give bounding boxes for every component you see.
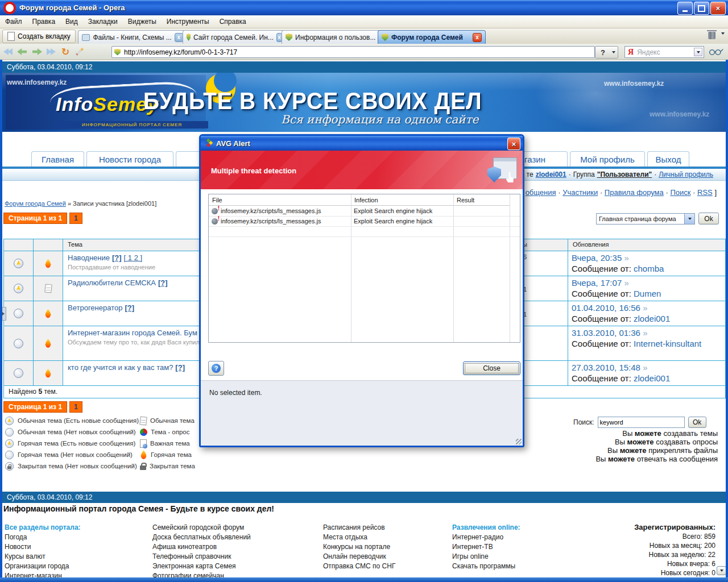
select-caret-icon[interactable] xyxy=(684,214,694,224)
footer-link[interactable]: Телефонный справочник xyxy=(152,552,231,560)
members-link[interactable]: Участники xyxy=(562,188,598,197)
close-button[interactable]: × xyxy=(710,2,726,15)
last-post-time-link[interactable]: 01.04.2010, 16:56 xyxy=(572,303,640,313)
footer-heading: Информационный портал города Семея - Буд… xyxy=(3,504,274,513)
scroll-down-button[interactable] xyxy=(717,566,726,575)
last-post-time-link[interactable]: Вчера, 20:35 xyxy=(572,253,622,263)
footer-link[interactable]: Интернет-ТВ xyxy=(452,543,493,551)
col-file-header[interactable]: File xyxy=(209,194,351,206)
menu-widgets[interactable]: Виджеты xyxy=(123,18,162,26)
search-box[interactable]: Я Яндекс xyxy=(624,46,704,58)
last-post-user-link[interactable]: Dumen xyxy=(634,289,661,298)
nav-tab-home[interactable]: Главная xyxy=(31,151,84,167)
forward-button[interactable] xyxy=(32,48,42,55)
tab-files[interactable]: Файлы - Книги, Схемы ... x xyxy=(78,30,187,44)
footer-link[interactable]: Афиша кинотеатров xyxy=(152,543,217,551)
page-number[interactable]: 1 xyxy=(69,213,82,224)
tab-forum-active[interactable]: Форум города Семей x xyxy=(378,30,486,44)
zoom-glasses-icon[interactable] xyxy=(709,48,723,56)
help-button[interactable]: ? xyxy=(595,46,611,59)
last-post-time-link[interactable]: 27.03.2010, 15:48 xyxy=(572,363,640,372)
footer-link[interactable]: Новости xyxy=(5,543,31,551)
topic-link[interactable]: Наводнение xyxy=(68,253,110,262)
username-link[interactable]: zlodei001 xyxy=(536,171,566,178)
edit-pencil-icon[interactable] xyxy=(76,48,84,56)
back-button[interactable] xyxy=(17,48,27,55)
footer-link[interactable]: Курсы валют xyxy=(5,552,46,560)
jump-ok-button[interactable]: Ok xyxy=(698,213,719,225)
search-link[interactable]: Поиск xyxy=(670,188,690,197)
footer-link[interactable]: Расписания рейсов xyxy=(323,523,385,531)
search-input[interactable] xyxy=(598,417,685,428)
footer-link[interactable]: Интернет-радио xyxy=(452,533,503,541)
avg-dialog-title-bar[interactable]: AVG Alert × xyxy=(201,136,523,151)
topic-pages[interactable]: [ 1 2 ] xyxy=(124,253,143,262)
threat-table[interactable]: File Infection Result infosemey.kz/scrip… xyxy=(208,194,520,343)
avg-help-button[interactable]: ? xyxy=(208,361,224,376)
avg-close-button[interactable]: Close xyxy=(463,361,520,375)
footer-link[interactable]: Погода xyxy=(5,533,27,541)
help-caret-icon[interactable] xyxy=(610,46,618,59)
last-post-user-link[interactable]: zlodei001 xyxy=(634,373,670,383)
nav-tab-news[interactable]: Новости города xyxy=(86,151,173,167)
group-link[interactable]: "Пользователи" xyxy=(597,171,652,178)
topic-link[interactable]: Интернет-магазин города Семей. Бум от xyxy=(68,329,206,337)
topic-link[interactable]: Ветрогенератор xyxy=(68,304,122,312)
tab-site[interactable]: Сайт города Семей. Ин... x xyxy=(183,30,286,44)
rss-link[interactable]: RSS xyxy=(697,188,713,197)
resize-grip[interactable] xyxy=(516,439,522,444)
footer-link[interactable]: Отправка СМС по СНГ xyxy=(323,562,395,570)
refresh-icon[interactable]: ↻ xyxy=(61,46,69,58)
avg-close-icon[interactable]: × xyxy=(507,138,520,150)
footer-link[interactable]: Электронная карта Семея xyxy=(152,562,236,570)
breadcrumb-forum-link[interactable]: Форум города Семей xyxy=(5,200,66,207)
search-engine-caret-icon[interactable] xyxy=(694,48,702,56)
search-ok-button[interactable]: Ok xyxy=(688,417,706,428)
menu-bookmarks[interactable]: Закладки xyxy=(83,18,123,26)
restore-button[interactable] xyxy=(694,2,709,15)
bell-new-icon xyxy=(7,418,11,423)
panel-toggle-icon[interactable] xyxy=(0,307,6,321)
footer-link[interactable]: Семейский городской форум xyxy=(152,523,244,531)
menu-edit[interactable]: Правка xyxy=(27,18,61,26)
page-number[interactable]: 1 xyxy=(69,401,82,413)
footer-link[interactable]: Доска бесплатных объявлений xyxy=(152,533,251,541)
topic-link[interactable]: Радиолюбители СЕМСКА xyxy=(68,278,156,287)
menu-tools[interactable]: Инструменты xyxy=(162,18,214,26)
menu-file[interactable]: Файл xyxy=(0,18,27,26)
menu-help[interactable]: Справка xyxy=(214,18,251,26)
last-post-user-link[interactable]: chomba xyxy=(634,264,664,273)
footer-link[interactable]: Онлайн переводчик xyxy=(323,552,386,560)
tab-close-icon[interactable]: x xyxy=(473,33,482,42)
new-tab-button[interactable]: Создать вкладку xyxy=(2,30,76,43)
nav-tab-profile[interactable]: Мой профиль xyxy=(570,151,645,167)
threat-row[interactable]: infosemey.kz/scripts/ls_messages.js Expl… xyxy=(209,206,520,217)
nav-tab-logout[interactable]: Выход xyxy=(647,151,689,167)
minimize-button[interactable] xyxy=(677,2,693,15)
footer-link[interactable]: Места отдыха xyxy=(323,533,367,541)
messages-link[interactable]: общения xyxy=(526,188,556,197)
tab-userinfo[interactable]: Информация о пользов... xyxy=(282,30,383,44)
tab-close-icon[interactable]: x xyxy=(175,33,183,42)
footer-link[interactable]: Игры online xyxy=(452,552,489,560)
col-result-header[interactable]: Result xyxy=(453,194,510,206)
personal-profile-link[interactable]: Личный профиль xyxy=(659,171,713,178)
last-post-user-link[interactable]: zlodei001 xyxy=(634,314,670,323)
footer-link[interactable]: Конкурсы на портале xyxy=(323,543,390,551)
rewind-button[interactable] xyxy=(3,48,11,55)
footer-link[interactable]: Скачать программы xyxy=(452,562,515,570)
fast-forward-button[interactable] xyxy=(48,48,56,55)
footer-link[interactable]: Организации города xyxy=(5,562,69,570)
topic-link[interactable]: кто где учится и как у вас там? xyxy=(68,363,173,372)
title-bar[interactable]: Форум города Семей - Opera × xyxy=(0,0,728,15)
last-post-time-link[interactable]: Вчера, 17:07 xyxy=(572,278,622,288)
last-post-user-link[interactable]: Internet-kinsultant xyxy=(634,339,701,348)
last-post-time-link[interactable]: 31.03.2010, 01:36 xyxy=(572,328,640,338)
address-field[interactable]: http://infosemey.kz/forum/0-0-1-3-717 xyxy=(111,46,595,58)
trash-icon[interactable] xyxy=(708,32,715,39)
forum-jump-select[interactable]: Главная страница форума xyxy=(596,213,695,225)
rules-link[interactable]: Правила форума xyxy=(605,188,664,197)
menu-view[interactable]: Вид xyxy=(60,18,83,26)
threat-row[interactable]: infosemey.kz/scripts/ls_messages.js Expl… xyxy=(209,216,520,227)
col-infection-header[interactable]: Infection xyxy=(351,194,453,206)
